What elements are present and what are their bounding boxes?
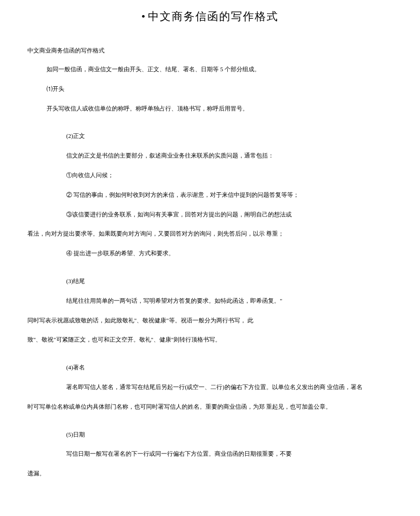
- page-title: 中文商务信函的写作格式: [27, 9, 393, 24]
- section-2-p3: ② 写信的事由，例如何时收到对方的来信，表示谢意，对于来信中提到的问题答复等等；: [27, 190, 393, 200]
- section-2-p4a: ③该信要进行的业务联系，如询问有关事宜，回答对方提出的问题，阐明自己的想法或: [27, 210, 393, 220]
- section-5-heading: (5)日期: [27, 430, 393, 440]
- section-3-p3: 致"、敬祝"可紧随正文，也可和正文空开。敬礼"、健康"则转行顶格书写。: [27, 335, 393, 345]
- section-2-p5: ④ 提出进一步联系的希望、方式和要求。: [27, 249, 393, 258]
- section-3-heading: (3)结尾: [27, 277, 393, 286]
- section-4-heading: (4)著名: [27, 363, 393, 373]
- subtitle: 中文商业商务信函的写作格式: [27, 47, 393, 55]
- section-3-p1: 结尾往往用简单的一两句话，写明希望对方答复的要求。如特此函达，即希函复。": [27, 296, 393, 306]
- section-2-p4b: 看法，向对方提出要求等。如果既要向对方询问，又要回答对方的询问，则先答后问，以示…: [27, 229, 393, 239]
- section-1-heading: ⑴开头: [27, 84, 393, 94]
- section-4-p2: 时可写单位名称或单位内具体部门名称，也可同时署写信人的姓名。重要的商业信函，为郑…: [27, 402, 393, 412]
- section-5-p1: 写信日期一般写在署名的下一行或同一行偏右下方位置。商业信函的日期很重要，不要: [27, 449, 393, 459]
- intro-paragraph: 如同一般信函，商业信文一般由开头、正文、结尾、署名、日期等 5 个部分组成。: [27, 65, 393, 74]
- section-5-p2: 遗漏。: [27, 469, 393, 479]
- section-2-p2: ①向收信人问候；: [27, 171, 393, 180]
- section-1-body: 开头写收信人或收信单位的称呼。称呼单独占行、顶格书写，称呼后用冒号。: [27, 104, 393, 114]
- section-2-p1: 信文的正文是书信的主要部分，叙述商业业务往来联系的实质问题，通常包括：: [27, 151, 393, 161]
- section-3-p2: 同时写表示祝愿或致敬的话，如此致敬礼"、敬祝健康"等。祝语一般分为两行书写， 此: [27, 316, 393, 326]
- section-4-p1: 署名即写信人签名，通常写在结尾后另起一行(或空一、二行)的偏右下方位置。以单位名…: [27, 383, 393, 392]
- section-2-heading: (2)正文: [27, 132, 393, 141]
